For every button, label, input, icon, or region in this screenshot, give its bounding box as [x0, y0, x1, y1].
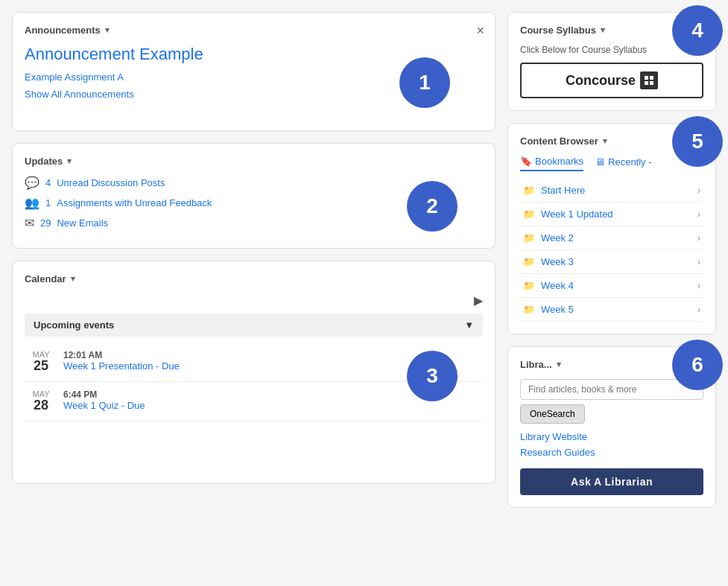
content-browser-chevron-icon[interactable]: ▾: [603, 136, 607, 146]
folder-item-week2[interactable]: 📁 Week 2 ›: [520, 226, 703, 250]
folder-arrow-week2: ›: [697, 233, 700, 243]
upcoming-events-label: Upcoming events: [34, 319, 114, 331]
announcements-chevron-icon[interactable]: ▾: [105, 25, 110, 35]
folder-left-week1: 📁 Week 1 Updated: [523, 208, 613, 220]
tab-recently-viewed[interactable]: 🖥 Recently -: [595, 156, 652, 171]
discussion-icon: 💬: [25, 176, 39, 190]
svg-rect-2: [645, 81, 648, 85]
emails-count: 29: [40, 217, 51, 229]
updates-title-label: Updates: [25, 156, 63, 167]
library-badge: 6: [672, 340, 723, 390]
svg-rect-0: [645, 76, 648, 80]
folder-arrow-start-here: ›: [697, 185, 700, 196]
tab-bookmarks[interactable]: 🔖 Bookmarks: [520, 156, 583, 171]
folder-icon-week1: 📁: [523, 208, 535, 220]
folder-arrow-week4: ›: [697, 281, 700, 291]
calendar-card: Calendar ▾ ▶ Upcoming events ▼ MAY 25 12…: [12, 261, 496, 484]
folder-item-week1[interactable]: 📁 Week 1 Updated ›: [520, 203, 703, 226]
event-day-1: 25: [28, 359, 54, 374]
content-browser-card: Content Browser ▾ 🔖 Bookmarks 🖥 Recently…: [507, 123, 716, 334]
announcements-card: Announcements ▾ × Announcement Example E…: [12, 12, 496, 131]
folder-left-week2: 📁 Week 2: [523, 232, 574, 243]
folder-name-week4: Week 4: [541, 280, 574, 291]
feedback-icon: 👥: [25, 196, 39, 210]
event-name-2[interactable]: Week 1 Quiz - Due: [63, 400, 480, 411]
folder-item-week4[interactable]: 📁 Week 4 ›: [520, 274, 703, 298]
calendar-nav: ▶: [25, 293, 483, 308]
concourse-icon: [640, 71, 658, 89]
onesearch-button[interactable]: OneSearch: [520, 404, 585, 424]
announcements-title-label: Announcements: [25, 25, 101, 36]
updates-badge: 2: [407, 181, 458, 232]
announcement-badge: 1: [399, 57, 450, 108]
folder-item-week5[interactable]: 📁 Week 5 ›: [520, 298, 703, 322]
content-browser-title-label: Content Browser: [520, 136, 598, 147]
folder-left-week3: 📁 Week 3: [523, 256, 574, 267]
folder-item-start-here[interactable]: 📁 Start Here ›: [520, 179, 703, 203]
folder-name-week5: Week 5: [541, 304, 574, 315]
syllabus-badge: 4: [672, 5, 723, 56]
folder-name-week1: Week 1 Updated: [541, 208, 613, 220]
syllabus-title-label: Course Syllabus: [520, 25, 596, 36]
concourse-label: Concourse: [566, 73, 636, 89]
calendar-badge: 3: [407, 351, 458, 401]
folder-name-week3: Week 3: [541, 256, 574, 267]
folder-name-start-here: Start Here: [541, 185, 585, 196]
calendar-next-arrow[interactable]: ▶: [474, 293, 483, 308]
calendar-chevron-icon[interactable]: ▾: [71, 274, 75, 284]
course-syllabus-card: Course Syllabus ▾ Click Below for Course…: [507, 12, 716, 111]
announcements-header: Announcements ▾: [25, 25, 483, 36]
calendar-header: Calendar ▾: [25, 273, 483, 284]
folder-icon-start-here: 📁: [523, 185, 535, 196]
close-button[interactable]: ×: [476, 23, 484, 39]
discussion-label: Unread Discussion Posts: [57, 177, 165, 188]
folder-arrow-week5: ›: [697, 305, 700, 315]
content-browser-badge: 5: [672, 116, 723, 167]
folder-arrow-week3: ›: [697, 257, 700, 267]
library-title-label: Libra...: [520, 359, 552, 370]
upcoming-dropdown-icon[interactable]: ▼: [464, 319, 474, 331]
folder-icon-week3: 📁: [523, 256, 535, 267]
syllabus-sub-text: Click Below for Course Syllabus: [520, 45, 703, 55]
folder-left-week4: 📁 Week 4: [523, 280, 574, 291]
ask-librarian-button[interactable]: Ask A Librarian: [520, 468, 703, 495]
library-search-input[interactable]: [520, 379, 703, 400]
library-chevron-icon[interactable]: ▾: [557, 360, 561, 369]
folder-icon-week5: 📁: [523, 304, 535, 315]
discussion-count: 4: [45, 177, 51, 188]
svg-rect-1: [650, 76, 653, 80]
folder-left-week5: 📁 Week 5: [523, 304, 574, 315]
recently-label: Recently -: [608, 156, 652, 168]
research-guides-link[interactable]: Research Guides: [520, 447, 703, 458]
recently-icon: 🖥: [595, 156, 605, 168]
folder-item-week3[interactable]: 📁 Week 3 ›: [520, 250, 703, 274]
email-icon: ✉: [25, 216, 34, 230]
concourse-button[interactable]: Concourse: [520, 63, 703, 98]
folder-arrow-week1: ›: [697, 209, 700, 220]
feedback-label: Assignments with Unread Feedback: [57, 197, 212, 208]
event-day-2: 28: [28, 398, 54, 413]
svg-rect-3: [650, 81, 653, 85]
bookmark-icon: 🔖: [520, 156, 532, 167]
folder-name-week2: Week 2: [541, 232, 574, 243]
folder-icon-week2: 📁: [523, 232, 535, 243]
content-browser-tabs: 🔖 Bookmarks 🖥 Recently -: [520, 156, 703, 171]
bookmarks-label: Bookmarks: [535, 156, 583, 167]
event-month-2: MAY: [28, 389, 54, 398]
updates-chevron-icon[interactable]: ▾: [67, 156, 72, 166]
library-card: Libra... ▾ OneSearch Library Website Res…: [507, 346, 716, 508]
library-website-link[interactable]: Library Website: [520, 431, 703, 442]
emails-label: New Emails: [57, 217, 108, 229]
calendar-title-label: Calendar: [25, 273, 66, 284]
upcoming-events-header: Upcoming events ▼: [25, 313, 483, 337]
updates-card: Updates ▾ 💬 4 Unread Discussion Posts 👥 …: [12, 143, 496, 249]
event-date-1: MAY 25: [28, 350, 54, 374]
folder-left-start-here: 📁 Start Here: [523, 185, 585, 196]
event-date-2: MAY 28: [28, 389, 54, 413]
folder-icon-week4: 📁: [523, 280, 535, 291]
updates-header: Updates ▾: [25, 156, 483, 167]
syllabus-chevron-icon[interactable]: ▾: [601, 25, 605, 35]
folder-list: 📁 Start Here › 📁 Week 1 Updated › 📁 W: [520, 179, 703, 322]
feedback-count: 1: [45, 197, 51, 208]
